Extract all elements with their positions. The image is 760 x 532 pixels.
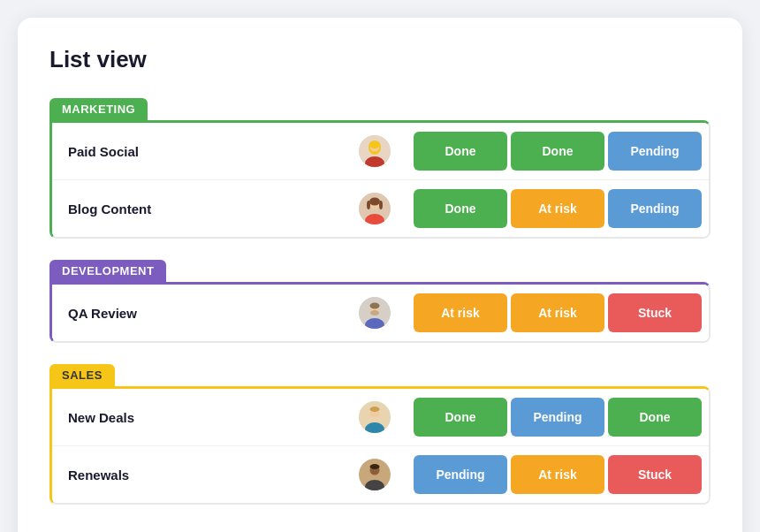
status-badge[interactable]: Pending [608, 189, 702, 228]
avatar [359, 135, 391, 167]
group-table-development: QA Review At riskAt riskStuck [49, 282, 711, 343]
group-header-sales: SALES [49, 364, 115, 386]
table-row[interactable]: Renewals PendingAt riskStuck [52, 446, 709, 503]
table-row[interactable]: QA Review At riskAt riskStuck [52, 285, 709, 341]
svg-point-5 [369, 141, 380, 148]
row-name-label: Paid Social [68, 144, 139, 159]
status-badge[interactable]: Done [414, 398, 507, 437]
avatar [359, 459, 391, 490]
status-badge[interactable]: Stuck [608, 455, 702, 494]
avatar [359, 401, 391, 433]
status-badge[interactable]: At risk [511, 189, 604, 228]
status-cells: DoneAt riskPending [407, 189, 709, 228]
group-sales: SALESNew Deals DonePendingDoneRenewals P… [49, 364, 711, 505]
avatar [359, 297, 391, 329]
status-badge[interactable]: Done [608, 398, 702, 437]
svg-point-16 [370, 310, 379, 315]
row-name-label: Renewals [68, 467, 129, 483]
table-row[interactable]: Blog Content DoneAt riskPending [52, 180, 709, 237]
avatar [359, 193, 391, 224]
group-table-marketing: Paid Social DoneDonePendingBlog Content … [49, 120, 711, 239]
status-badge[interactable]: Stuck [608, 293, 702, 332]
table-row[interactable]: Paid Social DoneDonePending [52, 123, 709, 180]
svg-point-14 [370, 303, 380, 309]
svg-point-19 [370, 407, 380, 412]
status-badge[interactable]: Pending [608, 132, 702, 171]
status-cells: DonePendingDone [407, 398, 709, 437]
svg-point-23 [370, 464, 380, 469]
svg-point-10 [367, 201, 370, 209]
group-table-sales: New Deals DonePendingDoneRenewals Pendin… [49, 386, 711, 505]
status-badge[interactable]: At risk [414, 293, 507, 332]
row-name-label: New Deals [68, 410, 134, 425]
group-development: DEVELOPMENTQA Review At riskAt riskStuck [49, 260, 711, 343]
status-badge[interactable]: Done [414, 189, 507, 228]
status-cells: At riskAt riskStuck [407, 293, 709, 332]
table-row[interactable]: New Deals DonePendingDone [52, 389, 709, 446]
group-header-marketing: MARKETING [49, 98, 148, 120]
status-badge[interactable]: Done [511, 132, 604, 171]
status-badge[interactable]: At risk [511, 293, 604, 332]
page-title: List view [49, 46, 711, 73]
group-header-development: DEVELOPMENT [49, 260, 166, 282]
status-badge[interactable]: Pending [414, 455, 507, 494]
row-name-label: QA Review [68, 306, 137, 321]
list-view-card: List view MARKETINGPaid Social DoneDoneP… [18, 18, 742, 532]
svg-point-8 [369, 198, 380, 206]
status-cells: PendingAt riskStuck [407, 455, 709, 494]
group-marketing: MARKETINGPaid Social DoneDonePendingBlog… [49, 98, 711, 239]
row-name-label: Blog Content [68, 201, 151, 217]
status-badge[interactable]: Pending [511, 398, 604, 437]
status-cells: DoneDonePending [407, 132, 709, 171]
svg-point-11 [379, 201, 383, 209]
status-badge[interactable]: At risk [511, 455, 604, 494]
status-badge[interactable]: Done [414, 132, 507, 171]
